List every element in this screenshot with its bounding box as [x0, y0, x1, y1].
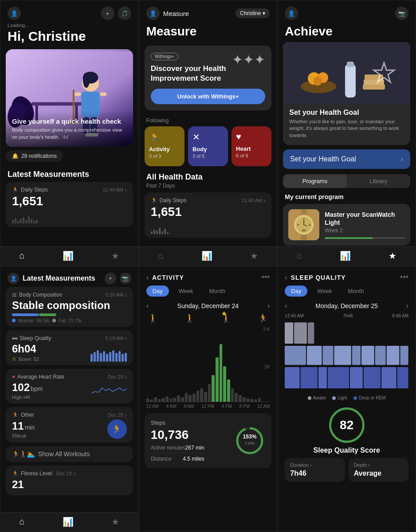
meas-nav-chart[interactable]: 📊 — [63, 516, 74, 527]
sleep-tab-day[interactable]: Day — [285, 286, 307, 297]
nav-star[interactable]: ★ — [111, 250, 119, 261]
programs-tab[interactable]: Programs — [283, 174, 346, 188]
chart-icon-2: 📊 — [201, 250, 212, 261]
program-card[interactable]: 120 Master your ScanWatch Light Week 2 — [283, 204, 410, 246]
achieve-nav-star[interactable]: ★ — [389, 250, 396, 261]
sleep-prev-arrow[interactable]: ‹ — [285, 302, 287, 310]
sleep-quality-card[interactable]: 🛏 Sleep Quality 5:19 AM › 6h04 ⚠ Score: … — [6, 330, 133, 365]
bar-7 — [28, 216, 30, 223]
warning-icon: ⚠ — [12, 356, 16, 362]
set-goal-button[interactable]: Set your Health Goal › — [283, 149, 410, 169]
body-comp-sub: Muscle: 99.5lb Fat: 72.7lb — [12, 318, 127, 323]
measure-nav-star[interactable]: ★ — [250, 250, 258, 261]
other-card[interactable]: 🏃 Other Dec 25 › 11 min 55kcal 🏃 — [6, 407, 133, 442]
achieve-user-icon[interactable]: 👤 — [285, 7, 298, 20]
heart-rate-time: Dec 25 › — [108, 373, 127, 380]
body-category[interactable]: ✕ Body 3 of 5 — [188, 126, 228, 166]
chevron-sleep: › — [125, 335, 127, 342]
depth-card[interactable]: Depth › Average — [349, 458, 408, 482]
show-workouts-row[interactable]: 🏃🚶🏊 Show All Workouts — [6, 446, 133, 462]
measure-top-label: Measure — [163, 10, 189, 17]
nav-chart[interactable]: 📊 — [63, 250, 74, 261]
latest-measurements-title: Latest Measurements — [0, 165, 138, 182]
activity-header: ‹ ACTIVITY ••• — [139, 266, 277, 286]
library-tab[interactable]: Library — [347, 174, 410, 188]
bar-2 — [15, 218, 16, 223]
achieve-camera-icon[interactable]: 📷 — [395, 7, 408, 20]
distance-row: Distance 4.5 miles — [151, 453, 204, 462]
nav-home[interactable]: ⌂ — [20, 250, 25, 261]
duration-chevron: › — [310, 462, 312, 468]
heart-cat-name: Heart — [236, 145, 267, 152]
fitness-card[interactable]: 🏃 Fitness Level Dec 23 › 21 — [6, 466, 133, 495]
goal-card-title: Set your Health Goal — [289, 109, 404, 117]
meas-nav-star[interactable]: ★ — [111, 516, 119, 527]
fitness-value: 21 — [12, 478, 76, 491]
activity-tab-week[interactable]: Week — [173, 286, 200, 297]
body-composition-card[interactable]: ⚖ Body Composition 5:29 AM › Stable comp… — [6, 287, 133, 327]
activity-tab-month[interactable]: Month — [203, 286, 232, 297]
prev-day-arrow[interactable]: ‹ — [146, 302, 149, 310]
duration-card[interactable]: Duration › 7h46 — [285, 458, 345, 482]
hero-desc: Body composition gives you a comprehensi… — [12, 127, 127, 141]
heart-rate-card[interactable]: ♥ Average Heart Rate Dec 25 › 102 bpm Hi… — [6, 369, 133, 403]
svg-rect-11 — [100, 93, 106, 96]
steps-summary-card[interactable]: Steps 10,736 Active minutes 267 min Dist… — [145, 413, 272, 468]
next-day-arrow[interactable]: › — [267, 302, 270, 310]
activity-more-icon[interactable]: ••• — [261, 273, 270, 282]
achieve-nav-home[interactable]: ⌂ — [297, 250, 302, 261]
measurements-user-icon[interactable]: 👤 — [8, 273, 19, 284]
measure-nav-home[interactable]: ⌂ — [158, 250, 163, 261]
sleep-tab-week[interactable]: Week — [311, 286, 338, 297]
home-panel: 👤 + 🎵 Loading... Hi, Christine — [0, 0, 139, 266]
svg-rect-49 — [307, 346, 322, 365]
measure-steps-chart — [151, 221, 266, 234]
back-arrow-icon[interactable]: ‹ — [146, 274, 149, 282]
sleep-back-arrow[interactable]: ‹ — [285, 274, 287, 282]
hero-card[interactable]: Give yourself a quick health check Body … — [6, 49, 133, 147]
measurements-camera-icon[interactable]: 📷 — [120, 273, 131, 284]
activity-tab-day[interactable]: Day — [146, 286, 169, 297]
activity-cat-icon: 🏃 — [149, 132, 180, 142]
heart-rate-chart — [91, 384, 127, 397]
svg-rect-61 — [350, 367, 363, 388]
measurements-bottom-nav: ⌂ 📊 ★ — [0, 512, 138, 532]
svg-point-33 — [297, 224, 299, 226]
svg-rect-51 — [334, 346, 351, 365]
user-avatar-icon[interactable]: 👤 — [8, 7, 21, 20]
heart-category[interactable]: ♥ Heart 6 of 9 — [232, 126, 271, 166]
measure-user-icon[interactable]: 👤 — [146, 7, 160, 20]
star-icon-3: ★ — [389, 250, 396, 261]
steps-card[interactable]: 🏃 Daily Steps 11:40 AM › 1,651 — [6, 182, 133, 227]
sleep-more-icon[interactable]: ••• — [400, 273, 408, 282]
composition-bar-chart — [12, 313, 56, 316]
notification-badge[interactable]: 🔔 28 notifications — [6, 150, 63, 162]
sleep-next-arrow[interactable]: › — [406, 302, 408, 310]
measure-nav-chart[interactable]: 📊 — [201, 250, 212, 261]
chevron-right-icon: › — [125, 186, 127, 193]
svg-rect-38 — [301, 235, 307, 240]
pct-text: 153% — [243, 434, 257, 440]
sleep-tab-month[interactable]: Month — [341, 286, 370, 297]
bar-4 — [20, 219, 22, 223]
activity-category[interactable]: 🏃 Activity 3 of 3 — [145, 126, 184, 166]
measure-steps-card[interactable]: 🏃 Daily Steps 11:40 AM › 1,651 — [145, 192, 272, 238]
following-label: Following — [139, 114, 277, 126]
camera-icon[interactable]: 🎵 — [118, 7, 131, 20]
user-pill[interactable]: Christine ▾ — [235, 8, 270, 18]
unlock-button[interactable]: Unlock with Withings+ — [151, 89, 266, 104]
svg-rect-54 — [375, 346, 386, 365]
withings-card[interactable]: ✦✦✦ Withings+ Discover your Health Impro… — [145, 46, 272, 110]
active-min-label: Active minutes — [151, 445, 185, 451]
svg-rect-53 — [361, 346, 374, 365]
achieve-top-bar: 👤 📷 — [278, 0, 416, 23]
sleep-time: 5:19 AM › — [106, 335, 127, 342]
achieve-nav-chart[interactable]: 📊 — [340, 250, 351, 261]
other-time: Dec 25 › — [108, 411, 127, 419]
measurements-add-icon[interactable]: + — [105, 273, 116, 284]
sleep-legend: Awake Light Deep or REM — [278, 392, 416, 404]
meas-nav-home[interactable]: ⌂ — [20, 516, 25, 527]
goal-card[interactable]: ★ Set your Health Goal Whether you'd lik… — [283, 42, 410, 145]
steps-details: Active minutes 267 min — [151, 445, 204, 451]
add-icon[interactable]: + — [101, 7, 114, 20]
